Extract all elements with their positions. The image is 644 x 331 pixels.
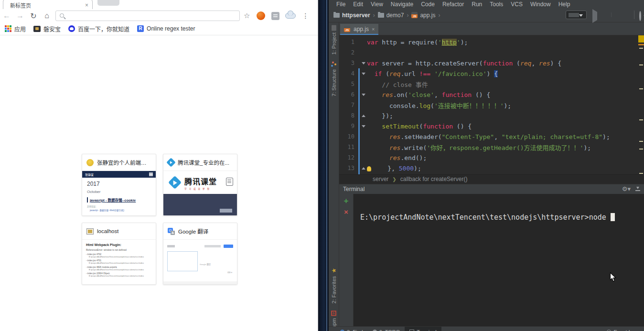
intention-bulb-icon[interactable]	[367, 166, 371, 171]
tool-button-todo[interactable]: 6: TODO	[368, 327, 405, 331]
tool-button-find[interactable]: 3: Find	[335, 327, 368, 331]
fold-toggle-icon[interactable]	[360, 167, 367, 170]
terminal-output[interactable]: E:\projectAndNote\nextTencent\test\nodej…	[354, 194, 644, 331]
menu-edit[interactable]: Edit	[349, 1, 367, 8]
star-icon: ★	[331, 267, 337, 274]
tool-button-structure[interactable]: 7: Structure	[331, 61, 337, 96]
run-configuration-dropdown[interactable]	[566, 11, 587, 19]
search-icon	[60, 13, 64, 18]
menu-code[interactable]: Code	[417, 1, 439, 8]
ide-window: FileEditViewNavigateCodeRefactorRunTools…	[329, 0, 644, 331]
document-icon	[226, 178, 233, 186]
close-session-icon[interactable]: ×	[344, 209, 348, 215]
menu-file[interactable]: File	[333, 1, 349, 8]
most-visited-tile-blog[interactable]: 张静宜的个人前端博客 张静宜 2017 October javasript - …	[82, 154, 156, 216]
breadcrumb-project[interactable]: httpserver	[333, 12, 370, 19]
tool-button-favorites[interactable]: 2: Favorites ★	[331, 267, 337, 303]
translate-input-area	[167, 251, 198, 271]
folder-icon	[378, 13, 384, 18]
webpack-error-entry: - index.jsx 4826 module.exportsE:/projec…	[86, 266, 152, 271]
tool-button-npm[interactable]: npm n	[331, 310, 337, 328]
hamburger-icon	[149, 174, 153, 174]
tool-button-event-log[interactable]: Event Log	[607, 329, 644, 331]
editor-code: 1var http = require('http');23var server…	[339, 37, 644, 174]
menu-tools[interactable]: Tools	[486, 1, 507, 8]
code-line-9[interactable]: 9 setTimeout(function () {	[339, 121, 644, 131]
menu-help[interactable]: Help	[555, 1, 574, 8]
menu-window[interactable]: Window	[526, 1, 555, 8]
browser-toolbar: ← → ↻ ⌂ ☆ ⋮	[0, 9, 318, 22]
fold-toggle-icon[interactable]	[360, 94, 367, 96]
error-stripe[interactable]	[638, 35, 644, 174]
bookmark-star-icon[interactable]: ☆	[244, 11, 250, 20]
blog-thumbnail: 张静宜 2017 October javasript - 数据存储--cooki…	[82, 171, 156, 215]
bookmark-panabao[interactable]: 磐安宝	[33, 25, 61, 33]
code-line-7[interactable]: 7 console.log('连接被中断！！！！！');	[339, 100, 644, 110]
tab-close-icon[interactable]: ×	[85, 3, 88, 8]
fold-toggle-icon[interactable]	[360, 125, 367, 128]
editor-tab-appjs[interactable]: app.js ×	[340, 24, 378, 35]
code-line-5[interactable]: 5 // close 事件	[339, 79, 644, 89]
code-line-6[interactable]: 6 res.on('close', function () {	[339, 89, 644, 100]
localhost-errors: - index.jsx 4702E:/projectAndNote/nextTe…	[86, 253, 152, 278]
breadcrumb-folder[interactable]: demo7	[378, 12, 404, 19]
webpack-error-entry: - index.jsx 4701E:/projectAndNote/nextTe…	[86, 259, 152, 264]
browser-tab[interactable]: 新标签页 ×	[3, 0, 93, 9]
code-line-10[interactable]: 10 res.setHeader("Content-Type", "text/p…	[339, 131, 644, 142]
webpack-error-entry: - index.jsx 4702E:/projectAndNote/nextTe…	[86, 253, 152, 258]
blog-favicon	[86, 159, 94, 166]
code-line-14[interactable]: 14 }	[339, 173, 644, 174]
run-button[interactable]	[592, 12, 597, 21]
localhost-favicon	[86, 228, 94, 235]
most-visited-tile-localhost[interactable]: localhost Html Webpack Plugin: Reference…	[82, 223, 156, 285]
back-icon[interactable]: ←	[0, 11, 13, 20]
breadcrumb-server[interactable]: server	[373, 176, 388, 182]
address-bar[interactable]	[55, 11, 240, 21]
fold-toggle-icon[interactable]	[360, 73, 367, 75]
menu-refactor[interactable]: Refactor	[439, 1, 468, 8]
browser-menu-icon[interactable]: ⋮	[302, 12, 309, 20]
menu-view[interactable]: View	[367, 1, 387, 8]
menu-vcs[interactable]: VCS	[507, 1, 526, 8]
bookmark-regex[interactable]: R Online regex tester	[137, 25, 195, 32]
code-editor[interactable]: 1var http = require('http');23var server…	[339, 35, 644, 174]
chevron-right-icon: ❯	[392, 177, 396, 182]
code-line-2[interactable]: 2	[339, 47, 644, 58]
tencent-favicon	[166, 158, 176, 167]
fold-toggle-icon[interactable]	[360, 62, 367, 64]
breadcrumb-callback[interactable]: callback for createServer()	[400, 176, 468, 182]
new-session-icon[interactable]: +	[344, 198, 349, 204]
tool-button-terminal[interactable]: Terminal	[405, 327, 441, 331]
breadcrumb-file[interactable]: app.js	[411, 12, 435, 19]
js-file-icon	[344, 26, 350, 32]
tab-close-icon[interactable]: ×	[372, 26, 375, 32]
search-everywhere-icon[interactable]	[639, 12, 641, 21]
menu-run[interactable]: Run	[468, 1, 486, 8]
tool-button-project[interactable]: 1: Project	[331, 25, 337, 54]
most-visited-tile-translate[interactable]: GA Google 翻译 Google 翻译 ⌨ ▾	[163, 223, 237, 285]
menu-navigate[interactable]: Navigate	[387, 1, 417, 8]
home-icon[interactable]: ⌂	[40, 11, 54, 20]
code-line-11[interactable]: 11 res.write('你好，response.getHeader()方法使…	[339, 142, 644, 152]
extension-pdf-icon[interactable]	[271, 12, 279, 20]
mouse-cursor	[610, 272, 617, 282]
terminal-settings-icon[interactable]: ⚙▾	[622, 185, 631, 192]
reload-icon[interactable]: ↻	[27, 11, 40, 21]
project-icon	[332, 25, 336, 31]
extension-cloud-icon[interactable]	[285, 13, 296, 19]
hide-panel-icon[interactable]	[635, 187, 640, 191]
bookmark-baidu[interactable]: 百度一下，你就知道	[68, 25, 129, 33]
code-line-13[interactable]: 13 }, 5000);	[339, 163, 644, 173]
new-tab-button[interactable]	[97, 0, 119, 6]
fold-toggle-icon[interactable]	[360, 115, 367, 117]
code-line-4[interactable]: 4 if (req.url !== '/favicon.ico') {	[339, 68, 644, 79]
left-tool-strip: 1: Project 7: Structure 2: Favorites ★ n…	[329, 22, 339, 331]
bookmark-apps[interactable]: 应用	[5, 25, 26, 33]
code-line-12[interactable]: 12 res.end();	[339, 152, 644, 163]
extension-ball-icon[interactable]	[257, 11, 265, 20]
forward-icon[interactable]: →	[13, 11, 27, 20]
code-line-3[interactable]: 3var server = http.createServer(function…	[339, 58, 644, 68]
code-line-8[interactable]: 8 });	[339, 110, 644, 121]
code-line-1[interactable]: 1var http = require('http');	[339, 37, 644, 47]
most-visited-tile-tencent[interactable]: 腾讯课堂_专业的在... 腾讯课堂 学习成就梦想	[163, 154, 237, 216]
